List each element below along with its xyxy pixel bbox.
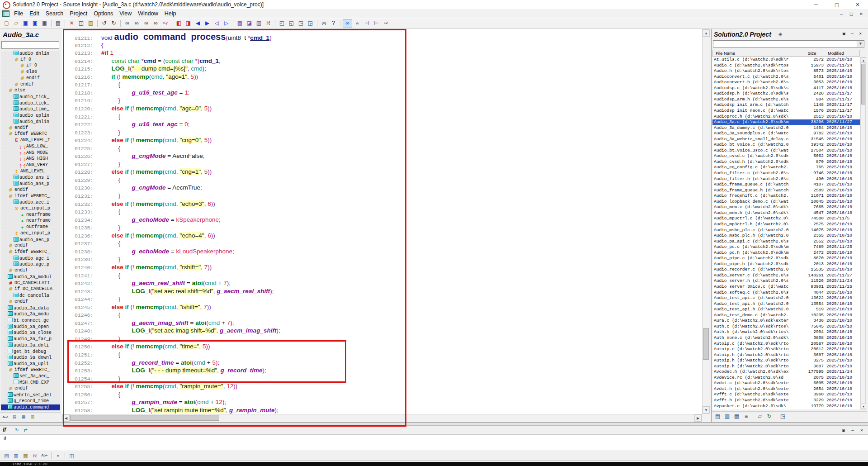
arrange-windows-icon[interactable]: ◲ bbox=[306, 19, 315, 27]
symbol-tree-item[interactable]: taec_input_p bbox=[1, 231, 60, 237]
menu-help[interactable]: Help bbox=[161, 9, 179, 18]
symbol-tree-item[interactable]: #ifdef WEBRTC_ bbox=[1, 249, 60, 255]
symbol-tree-item[interactable]: audio_tick_ bbox=[1, 100, 60, 106]
cascade-windows-icon[interactable]: ◳ bbox=[297, 19, 305, 27]
symbol-tree-item[interactable]: #endif bbox=[1, 187, 60, 193]
symbol-tree-item[interactable]: audio_3a_close bbox=[1, 330, 60, 336]
file-row[interactable]: Avdct.h (d:\watch2.0\sdk\exte26542025/10… bbox=[712, 386, 860, 392]
goto-symbol-icon[interactable]: ▤ bbox=[236, 19, 244, 27]
symbol-tree-item[interactable]: ◆nearframe bbox=[1, 212, 60, 218]
file-row[interactable]: Avpacket.c (d:\watch2.0\sdk\197792025/10… bbox=[712, 404, 860, 409]
file-row[interactable]: Audio_pipe.h (d:\watch2.0\sdk20132025/10… bbox=[712, 262, 860, 267]
scroll-left-arrow[interactable]: ◀ bbox=[62, 414, 70, 422]
browse-files-icon[interactable]: ▥ bbox=[12, 452, 20, 460]
symbol-tree-item[interactable]: #endif bbox=[1, 386, 60, 392]
file-row[interactable]: Avdct.c (d:\watch2.0\sdk\exte60952025/10… bbox=[712, 380, 860, 386]
file-row[interactable]: Audio_3a_webrtc_small_delay.c315452025/1… bbox=[712, 137, 860, 142]
menu-view[interactable]: View bbox=[116, 9, 135, 18]
cut-icon[interactable]: ✕ bbox=[67, 19, 76, 27]
file-row[interactable]: Audio_bt_voice.c (d:\watch2.0393422025/1… bbox=[712, 142, 860, 147]
file-row[interactable]: Audio_server.c (d:\watch2.0\s1482612025/… bbox=[712, 273, 860, 278]
symbol-tree-item[interactable]: webrtc_set_del bbox=[1, 392, 60, 398]
bookmark-next-icon[interactable]: ◨ bbox=[184, 19, 193, 27]
file-row[interactable]: Audio_pa_api.c (d:\watch2.0\s25522025/10… bbox=[712, 239, 860, 244]
symbol-tree-item[interactable]: #ifdef WEBRTC_ bbox=[1, 194, 60, 200]
symbol-tree-item[interactable]: audio_dnlin bbox=[1, 119, 60, 125]
symbol-tree-item[interactable]: #endif bbox=[1, 76, 60, 81]
menu-file[interactable]: File bbox=[11, 9, 26, 18]
relation-r-icon[interactable]: R bbox=[31, 452, 39, 460]
mdi-minimize-icon[interactable]: ─ bbox=[837, 10, 846, 18]
close-button[interactable]: ✕ bbox=[847, 0, 868, 9]
file-row[interactable]: Audio_freqshift.c (d:\watch2.110712025/1… bbox=[712, 193, 860, 199]
copy-icon[interactable]: ◫ bbox=[77, 19, 85, 27]
symbol-tree-item[interactable]: audio_3a_downl bbox=[1, 355, 60, 361]
document-options-icon[interactable]: ▦ bbox=[21, 452, 30, 460]
symbol-tree-item[interactable]: #endif bbox=[1, 125, 60, 131]
indent-right-icon[interactable]: ⊢ bbox=[372, 19, 381, 27]
file-row[interactable]: Audio_mem.h (d:\watch2.0\sdk\45472025/10… bbox=[712, 210, 860, 216]
link-forward-icon[interactable]: ▷ bbox=[222, 19, 231, 27]
column-size[interactable]: Size bbox=[808, 51, 816, 56]
symbol-tree-item[interactable]: set_3a_aec_ bbox=[1, 373, 60, 379]
view-list-icon[interactable]: ▤ bbox=[713, 412, 722, 420]
symbol-tree-item[interactable]: #ifdef WEBRTC_ bbox=[1, 367, 60, 373]
symbol-tree-item[interactable]: audio_aec_i bbox=[1, 200, 60, 205]
file-row[interactable]: Audiodsp_init_neon.c (d:\watc15762025/11… bbox=[712, 108, 860, 114]
symbol-tree-item[interactable]: audio_3a_modu bbox=[1, 311, 60, 317]
symbol-tree-item[interactable]: tANS_LEVEL bbox=[1, 169, 60, 175]
search-backward-icon[interactable]: ∞ bbox=[151, 19, 160, 27]
file-row[interactable]: Audio_server_3mics.c (d:\watc939012025/1… bbox=[712, 284, 860, 290]
symbol-tree-item[interactable]: #else bbox=[1, 88, 60, 94]
symbol-tree-item[interactable]: #else bbox=[1, 69, 60, 75]
relation-link-icon[interactable]: ⇄ bbox=[22, 427, 29, 434]
menu-edit[interactable]: Edit bbox=[26, 9, 42, 18]
editor-horizontal-scrollbar[interactable]: ◀ ▶ bbox=[62, 414, 702, 421]
symbol-tree-item[interactable]: get_bt_debug bbox=[1, 349, 60, 355]
scroll-up-arrow[interactable]: ▲ bbox=[703, 29, 710, 37]
file-row[interactable]: Audio_filter.h (d:\watch2.0\s4902025/10/… bbox=[712, 176, 860, 182]
file-row[interactable]: Audio_eq_config.c (d:\watch2.7652025/10/… bbox=[712, 165, 860, 170]
file-row[interactable]: Audio_cvsd.h (d:\watch2.0\sdk8702025/10/… bbox=[712, 159, 860, 165]
symbol-tree-item[interactable]: [··]ANS_HIGH bbox=[1, 156, 60, 162]
file-row[interactable]: Avfft.c (d:\watch2.0\sdk\exte39602025/10… bbox=[712, 392, 860, 397]
mdi-restore-icon[interactable]: ▢ bbox=[847, 10, 856, 18]
symbol-tree-item[interactable]: ◆outframe bbox=[1, 224, 60, 230]
file-row[interactable]: Audio_3a_soundplus.c (d:\watc97822025/10… bbox=[712, 131, 860, 136]
redo-icon[interactable]: ↻ bbox=[109, 19, 118, 27]
symbol-filter-input[interactable] bbox=[1, 41, 59, 49]
symbol-tree-item[interactable]: #if 0 bbox=[1, 57, 60, 63]
go-back-icon[interactable]: ◀ bbox=[193, 19, 202, 27]
scroll-thumb[interactable] bbox=[70, 415, 219, 421]
scroll-up-arrow[interactable]: ▲ bbox=[861, 57, 866, 63]
symbol-tree-item[interactable]: audio_tick_ bbox=[1, 94, 60, 100]
file-row[interactable]: Audio_mp3ctrl.h (d:\watch2.0\25752025/10… bbox=[712, 222, 860, 227]
file-row[interactable]: Audio_mem.c (d:\watch2.0\sdk\76652025/10… bbox=[712, 204, 860, 210]
maximize-button[interactable]: ▢ bbox=[826, 0, 847, 9]
search-files-icon[interactable]: ∞ bbox=[132, 19, 141, 27]
file-row[interactable]: Autoip.c (d:\watch2.0\sdk\rto205872025/1… bbox=[712, 341, 860, 347]
undo-icon[interactable]: ↺ bbox=[100, 19, 108, 27]
tile-vertical-icon[interactable]: ◱ bbox=[287, 19, 296, 27]
save-all-icon[interactable]: ▣ bbox=[31, 19, 39, 27]
file-row[interactable]: Avfft.h (d:\watch2.0\sdk\exte32292025/10… bbox=[712, 398, 860, 403]
symbol-tree-item[interactable]: audio_3a_open bbox=[1, 324, 60, 330]
file-row[interactable]: Audio_msbc_plc.c (d:\watch2.0140752025/1… bbox=[712, 228, 860, 233]
file-row[interactable]: Audio.h (d:\watch2.0\sdk\rtos85732025/10… bbox=[712, 68, 860, 74]
panel-minimize-icon[interactable]: ─ bbox=[849, 31, 856, 37]
file-row[interactable]: Autoip.h (d:\watch2.0\sdk\rto32752025/10… bbox=[712, 358, 860, 363]
panel-close-icon[interactable]: ✕ bbox=[857, 31, 864, 37]
symbol-tree-item[interactable]: [··]ANS_VERY bbox=[1, 162, 60, 168]
code-editor[interactable]: 01211:void audio_command_process(uint8_t… bbox=[62, 29, 702, 414]
symbol-tree-item[interactable]: ◆nearframe bbox=[1, 218, 60, 224]
symbol-list-icon[interactable]: ▥ bbox=[255, 19, 263, 27]
file-row[interactable]: Audio_server.h (d:\watch2.0\s115262025/1… bbox=[712, 278, 860, 284]
file-row[interactable]: Audio_softeq.c (d:\watch2.0\s40442025/10… bbox=[712, 290, 860, 295]
file-row[interactable]: Autoip.h (d:\watch2.0\sdk\rto36072025/10… bbox=[712, 352, 860, 358]
glasses-toggle-icon[interactable]: ∞ bbox=[343, 19, 352, 28]
relation-refresh-icon[interactable]: ↻ bbox=[13, 427, 21, 434]
context-window-icon[interactable]: ◪ bbox=[245, 19, 254, 27]
file-row[interactable]: Audioconvert.c (d:\watch2.0\s54012025/10… bbox=[712, 74, 860, 80]
symbol-tree-item[interactable]: audio_uplin bbox=[1, 113, 60, 119]
tile-horizontal-icon[interactable]: ◰ bbox=[278, 19, 286, 27]
